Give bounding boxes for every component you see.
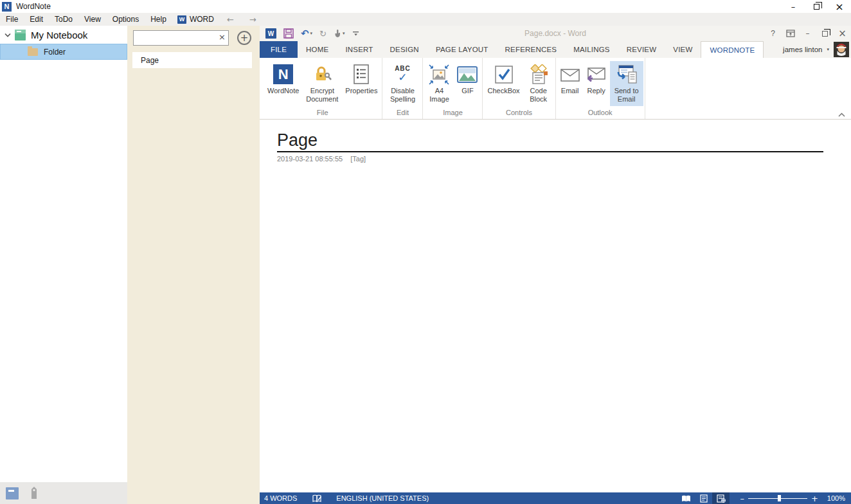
word-window: W ↶ ▾ ↻ ▾ (260, 26, 851, 504)
proofing-icon[interactable] (312, 494, 322, 503)
help-icon[interactable]: ? (764, 26, 782, 41)
menu-edit[interactable]: Edit (24, 13, 49, 26)
reply-envelope-icon (586, 62, 607, 86)
menu-help[interactable]: Help (145, 13, 172, 26)
pages-panel: × + Page (127, 26, 260, 504)
quick-access-toolbar: W ↶ ▾ ↻ ▾ (265, 28, 359, 39)
menu-file[interactable]: File (0, 13, 24, 26)
email-button[interactable]: Email (557, 61, 583, 106)
search-input[interactable] (133, 30, 229, 46)
document-timestamp: 2019-03-21 08:55:55 (277, 155, 343, 163)
ribbon-group-file: N WordNote (260, 58, 382, 119)
zoom-slider[interactable] (748, 492, 807, 504)
word-app-icon: W (265, 28, 276, 39)
sidebar-footer (0, 482, 127, 504)
add-page-button[interactable]: + (237, 31, 251, 45)
notebook-row[interactable]: My Notebook (0, 26, 127, 44)
wordnote-button[interactable]: N WordNote (264, 61, 302, 106)
word-doc-title: Page.docx - Word (524, 29, 586, 38)
redo-icon[interactable]: ↻ (319, 30, 327, 38)
encrypt-document-label: Encrypt Document (305, 87, 339, 104)
encrypt-document-button[interactable]: Encrypt Document (302, 61, 342, 106)
ribbon-group-controls: CheckBox (483, 58, 555, 119)
menu-options[interactable]: Options (107, 13, 145, 26)
close-button[interactable]: × (828, 0, 851, 13)
restore-button[interactable] (805, 0, 828, 13)
notebooks-view-icon[interactable] (6, 487, 19, 500)
save-icon[interactable] (283, 28, 294, 39)
tab-home[interactable]: HOME (298, 41, 337, 58)
ribbon-group-image-label: Image (424, 108, 481, 119)
checkbox-label: CheckBox (487, 87, 519, 95)
forward-arrow-icon[interactable]: → (242, 15, 264, 24)
tab-design[interactable]: DESIGN (382, 41, 427, 58)
ribbon-group-edit: ABC ✓ Disable Spelling Edit (382, 58, 423, 119)
user-menu[interactable]: james linton ▾ (783, 41, 851, 58)
code-block-icon (528, 62, 549, 86)
tab-review[interactable]: REVIEW (618, 41, 665, 58)
document-meta[interactable]: 2019-03-21 08:55:55 [Tag] (277, 155, 851, 163)
wordnote-button-label: WordNote (267, 87, 299, 95)
word-count[interactable]: 4 WORDS (260, 494, 297, 502)
web-layout-icon[interactable] (712, 492, 730, 504)
gif-button[interactable]: GIF (454, 61, 481, 106)
page-list-item[interactable]: Page (132, 52, 252, 68)
menu-word[interactable]: W WORD (172, 13, 219, 26)
tab-references[interactable]: REFERENCES (497, 41, 566, 58)
disable-spelling-button[interactable]: ABC ✓ Disable Spelling (384, 61, 421, 106)
read-mode-icon[interactable] (677, 492, 695, 504)
tab-mailings[interactable]: MAILINGS (565, 41, 618, 58)
properties-button[interactable]: Properties (342, 61, 381, 106)
word-minimize-button[interactable]: – (799, 26, 816, 41)
tab-file[interactable]: FILE (260, 41, 298, 58)
back-arrow-icon[interactable]: ← (219, 15, 242, 24)
tab-view[interactable]: VIEW (665, 41, 701, 58)
status-bar: 4 WORDS ENGLISH (UNITED STATES) (260, 492, 851, 504)
word-restore-button[interactable] (816, 26, 834, 41)
ribbon-group-file-label: File (264, 108, 381, 119)
tag-icon[interactable] (28, 486, 40, 500)
send-to-email-button[interactable]: Send to Email (610, 61, 643, 106)
chevron-down-icon[interactable] (4, 33, 11, 37)
title-rule (277, 151, 823, 152)
zoom-slider-thumb[interactable] (778, 495, 781, 501)
email-envelope-icon (560, 62, 580, 86)
touch-mode-button[interactable]: ▾ (334, 29, 345, 38)
word-icon: W (177, 15, 186, 24)
folder-row-selected[interactable]: Folder (0, 44, 127, 60)
reply-button[interactable]: Reply (583, 61, 610, 106)
disable-spelling-label: Disable Spelling (387, 87, 418, 104)
zoom-in-button[interactable]: + (811, 494, 818, 503)
check-glyph: ✓ (398, 72, 407, 83)
checkbox-button[interactable]: CheckBox (484, 61, 523, 106)
collapse-ribbon-icon[interactable] (838, 113, 845, 117)
notebook-sidebar: My Notebook Folder (0, 26, 127, 482)
undo-button[interactable]: ↶ ▾ (301, 29, 312, 39)
clear-search-icon[interactable]: × (219, 32, 226, 42)
word-close-button[interactable]: × (834, 26, 851, 41)
zoom-out-button[interactable]: – (740, 494, 744, 503)
minimize-button[interactable]: – (782, 0, 805, 13)
menubar: File Edit ToDo View Options Help W WORD … (0, 13, 851, 26)
app-title: WordNote (16, 2, 51, 11)
menu-view[interactable]: View (78, 13, 107, 26)
document-title[interactable]: Page (277, 130, 851, 150)
status-right: – + 100% (677, 492, 851, 504)
a4-image-button[interactable]: A4 Image (424, 61, 454, 106)
ribbon-display-options-icon[interactable] (782, 26, 799, 41)
language-status[interactable]: ENGLISH (UNITED STATES) (336, 494, 429, 502)
properties-icon (352, 62, 370, 86)
qat-customize-icon[interactable] (352, 30, 359, 37)
document-canvas[interactable]: Page 2019-03-21 08:55:55 [Tag] (260, 120, 851, 492)
zoom-level[interactable]: 100% (827, 494, 845, 502)
wordnote-app-window: N WordNote – × File Edit ToDo View Optio… (0, 0, 851, 504)
gif-image-icon (457, 62, 478, 86)
code-block-button[interactable]: Code Block (523, 61, 554, 106)
menu-todo[interactable]: ToDo (49, 13, 78, 26)
window-controls: – × (782, 0, 851, 13)
tab-insert[interactable]: INSERT (337, 41, 381, 58)
tab-wordnote[interactable]: WORDNOTE (701, 41, 764, 58)
send-to-email-icon (616, 62, 638, 86)
tab-page-layout[interactable]: PAGE LAYOUT (427, 41, 497, 58)
print-layout-icon[interactable] (695, 492, 712, 504)
